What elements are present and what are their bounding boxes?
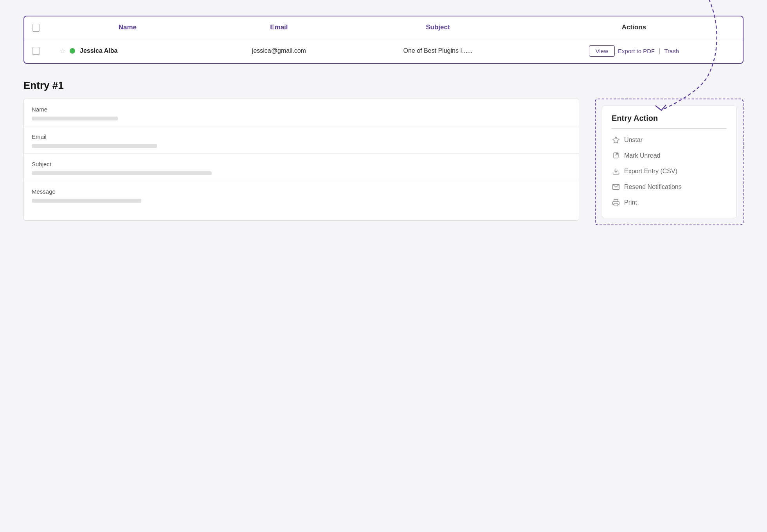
actions-col-header: Actions (525, 16, 743, 39)
print-action[interactable]: Print (612, 198, 727, 207)
name-field-value (32, 117, 118, 120)
entry-action-title: Entry Action (612, 114, 727, 129)
unstar-action[interactable]: Unstar (612, 136, 727, 144)
export-pdf-link[interactable]: Export to PDF (618, 48, 655, 54)
select-all-checkbox[interactable] (32, 24, 40, 32)
star-icon[interactable]: ☆ (59, 47, 66, 55)
entry-title: Entry #1 (23, 79, 744, 92)
entry-action-wrapper: Entry Action Unstar (595, 99, 744, 225)
table-row: ☆ Jessica Alba jessica@gmail.com One of … (24, 39, 743, 63)
entry-action-dashed-border: Entry Action Unstar (595, 99, 744, 225)
mark-unread-icon (612, 151, 620, 160)
entry-name: Jessica Alba (80, 47, 117, 54)
entry-layout: Name Email Subject Message (23, 99, 744, 225)
resend-notifications-action[interactable]: Resend Notifications (612, 183, 727, 191)
name-col-header: Name (48, 16, 207, 39)
entry-action-card: Entry Action Unstar (602, 106, 736, 218)
actions-cell: View Export to PDF | Trash (525, 39, 743, 63)
email-field: Email (24, 126, 579, 154)
trash-link[interactable]: Trash (664, 48, 679, 54)
view-button[interactable]: View (589, 45, 615, 57)
email-field-value (32, 144, 157, 148)
mail-icon (612, 183, 620, 191)
unstar-label: Unstar (624, 137, 643, 144)
subject-field: Subject (24, 154, 579, 181)
name-field: Name (24, 99, 579, 126)
entry-section: Entry #1 Name Email Subject Message (23, 79, 744, 225)
subject-field-label: Subject (32, 161, 571, 167)
svg-marker-0 (613, 137, 619, 143)
select-all-col[interactable] (24, 16, 48, 39)
export-csv-action[interactable]: Export Entry (CSV) (612, 167, 727, 176)
subject-cell: One of Best Plugins I...... (351, 39, 525, 63)
entries-table: Name Email Subject Actions ☆ Jessica Alb… (24, 16, 743, 63)
export-csv-icon (612, 167, 620, 176)
row-checkbox-cell[interactable] (24, 39, 48, 63)
name-cell: ☆ Jessica Alba (48, 39, 207, 63)
mark-unread-label: Mark Unread (624, 152, 660, 159)
print-label: Print (624, 199, 637, 206)
email-col-header: Email (207, 16, 351, 39)
export-csv-label: Export Entry (CSV) (624, 168, 677, 175)
message-field-value (32, 199, 141, 203)
entries-table-wrapper: Name Email Subject Actions ☆ Jessica Alb… (23, 16, 744, 64)
message-field: Message (24, 181, 579, 220)
print-icon (612, 198, 620, 207)
entry-form: Name Email Subject Message (23, 99, 579, 221)
unstar-icon (612, 136, 620, 144)
email-field-label: Email (32, 133, 571, 140)
svg-rect-5 (614, 203, 618, 206)
status-dot (70, 48, 75, 54)
action-separator: | (659, 47, 660, 54)
subject-col-header: Subject (351, 16, 525, 39)
mark-unread-action[interactable]: Mark Unread (612, 151, 727, 160)
subject-field-value (32, 171, 212, 175)
resend-notifications-label: Resend Notifications (624, 183, 682, 191)
email-cell: jessica@gmail.com (207, 39, 351, 63)
message-field-label: Message (32, 188, 571, 195)
name-field-label: Name (32, 106, 571, 113)
row-checkbox[interactable] (32, 47, 40, 55)
